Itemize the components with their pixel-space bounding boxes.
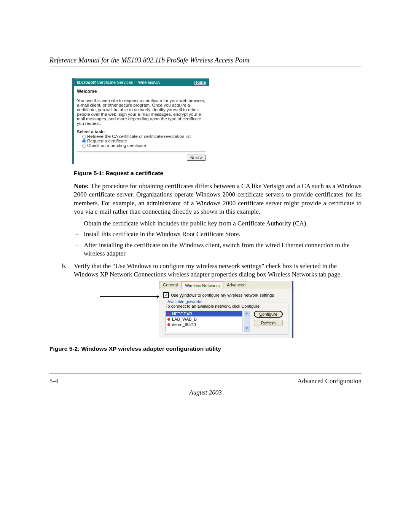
dash-item-1: Obtain the certificate which includes th… bbox=[74, 219, 362, 228]
cert-header-title: Microsoft Certificate Services -- Wirele… bbox=[77, 80, 160, 85]
tab-wireless-networks[interactable]: Wireless Networks bbox=[181, 281, 223, 289]
footer-date: August 2003 bbox=[49, 389, 362, 396]
cert-intro-text: You use this web site to request a certi… bbox=[77, 98, 206, 126]
cert-left-border bbox=[72, 78, 74, 164]
use-windows-checkbox[interactable]: ✓ bbox=[163, 292, 169, 298]
scroll-up-icon[interactable]: ▲ bbox=[244, 311, 250, 316]
cert-select-task-label: Select a task: bbox=[77, 129, 206, 134]
network-icon bbox=[167, 313, 170, 315]
cert-radio-check-label: Check on a pending certificate bbox=[87, 143, 146, 148]
cert-body: Welcome You use this web site to request… bbox=[74, 86, 209, 164]
cert-radio-request-label: Request a certificate bbox=[87, 139, 127, 143]
step-b: Verify that the “Use Windows to configur… bbox=[62, 262, 362, 279]
available-networks-title: Available networks: bbox=[166, 299, 205, 304]
scroll-down-icon[interactable]: ▼ bbox=[244, 326, 250, 332]
title-rule bbox=[49, 67, 362, 67]
cert-radio-check-input[interactable] bbox=[82, 144, 86, 148]
cert-welcome: Welcome bbox=[77, 89, 206, 94]
network-icon bbox=[167, 323, 170, 326]
section-name: Advanced Configuration bbox=[297, 377, 362, 385]
cert-divider-2 bbox=[77, 152, 206, 152]
footer-row: 5-4 Advanced Configuration bbox=[49, 377, 362, 385]
network-label-1: NETGEAR bbox=[172, 312, 192, 316]
network-item-demo[interactable]: demo_80211 bbox=[166, 322, 242, 327]
dash-item-2: Install this certificate in the Windows … bbox=[74, 230, 362, 238]
certificate-services-screenshot: Microsoft Certificate Services -- Wirele… bbox=[74, 78, 209, 164]
cert-header-rest: Certificate Services -- WirelessCA bbox=[96, 80, 160, 85]
figure-2-caption: Figure 5-2: Windows XP wireless adapter … bbox=[49, 345, 362, 352]
dash-item-3: After installing the certificate on the … bbox=[74, 241, 362, 258]
network-item-netgear[interactable]: NETGEAR bbox=[166, 311, 242, 316]
figure-1-caption: Figure 5-1: Request a certificate bbox=[74, 170, 362, 177]
list-scrollbar[interactable]: ▲ ▼ bbox=[244, 311, 250, 332]
available-networks-group: Available networks: To connect to an ava… bbox=[163, 302, 288, 335]
document-title: Reference Manual for the ME103 802.11b P… bbox=[49, 56, 362, 67]
cert-home-link[interactable]: Home bbox=[194, 80, 206, 85]
callout-arrow bbox=[100, 296, 159, 297]
cert-radio-retrieve-input[interactable] bbox=[82, 135, 86, 139]
page-number: 5-4 bbox=[49, 377, 58, 385]
tab-general[interactable]: General bbox=[159, 281, 182, 289]
cert-header-ms: Microsoft bbox=[77, 80, 96, 85]
network-label-2: LAB_WAB_B bbox=[172, 317, 197, 321]
dash-list: Obtain the certificate which includes th… bbox=[74, 219, 362, 258]
cert-radio-retrieve-label: Retrieve the CA certificate or certifica… bbox=[87, 134, 191, 139]
footer-rule bbox=[49, 374, 362, 374]
network-item-labwab[interactable]: LAB_WAB_B bbox=[166, 316, 242, 322]
note-label: Note: bbox=[74, 182, 89, 190]
refresh-button[interactable]: Refresh bbox=[254, 320, 283, 326]
use-windows-checkbox-label: Use Windows to configure my wireless net… bbox=[171, 293, 274, 297]
cert-header: Microsoft Certificate Services -- Wirele… bbox=[74, 78, 209, 86]
note-text: The procedure for obtaining certificates… bbox=[74, 182, 362, 215]
cert-radio-request[interactable]: Request a certificate bbox=[77, 139, 206, 143]
tab-advanced[interactable]: Advanced bbox=[223, 281, 249, 289]
note-paragraph: Note: The procedure for obtaining certif… bbox=[74, 182, 362, 216]
xp-tabs: General Wireless Networks Advanced bbox=[159, 281, 292, 289]
network-icon bbox=[167, 318, 170, 321]
cert-radio-retrieve[interactable]: Retrieve the CA certificate or certifica… bbox=[77, 134, 206, 139]
cert-divider-1 bbox=[77, 95, 206, 95]
cert-radio-check[interactable]: Check on a pending certificate bbox=[77, 143, 206, 148]
configure-button[interactable]: Configure bbox=[254, 311, 283, 318]
network-label-3: demo_80211 bbox=[172, 322, 196, 327]
use-windows-checkbox-row[interactable]: ✓ Use Windows to configure my wireless n… bbox=[163, 292, 288, 298]
available-networks-note: To connect to an available network, clic… bbox=[166, 304, 286, 308]
xp-wireless-dialog: General Wireless Networks Advanced ✓ Use… bbox=[159, 281, 293, 338]
available-networks-list[interactable]: NETGEAR LAB_WAB_B demo_80211 bbox=[166, 311, 242, 332]
cert-radio-request-input[interactable] bbox=[82, 139, 86, 143]
cert-next-button[interactable]: Next > bbox=[187, 155, 206, 161]
